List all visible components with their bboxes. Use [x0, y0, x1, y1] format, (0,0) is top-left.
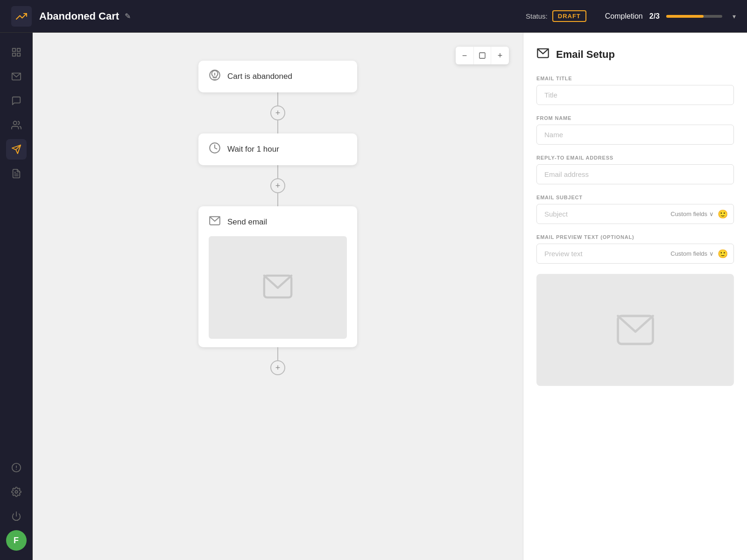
zoom-controls: − +	[456, 47, 509, 64]
sidebar-item-email[interactable]	[6, 66, 27, 87]
preview-text-label: EMAIL PREVIEW TEXT (OPTIONAL)	[536, 234, 734, 240]
sidebar-bottom: F	[6, 457, 27, 551]
send-email-node[interactable]: Send email	[198, 206, 357, 347]
connector-1: +	[270, 92, 285, 133]
preview-text-input[interactable]	[537, 244, 670, 263]
completion-section: Completion 2/3 ▾	[605, 12, 736, 21]
email-title-label: EMAIL TITLE	[536, 76, 734, 81]
svg-rect-0	[12, 49, 15, 51]
sidebar-item-settings[interactable]	[6, 482, 27, 502]
connector-line	[277, 193, 278, 206]
panel-title: Email Setup	[556, 49, 615, 61]
main-layout: F − +	[0, 33, 747, 560]
wait-node-icon	[209, 142, 221, 157]
subject-emoji-button[interactable]: 🙂	[718, 209, 728, 219]
panel-preview-icon	[614, 309, 656, 351]
send-email-label: Send email	[227, 217, 267, 227]
panel-header-icon	[536, 47, 550, 63]
user-avatar[interactable]: F	[6, 530, 27, 551]
connector-line	[277, 165, 278, 178]
trigger-node-label: Cart is abandoned	[227, 72, 292, 81]
preview-custom-fields-label: Custom fields	[670, 250, 707, 257]
edit-title-icon[interactable]: ✎	[125, 12, 131, 21]
add-step-button-2[interactable]: +	[270, 178, 285, 193]
email-subject-label: EMAIL SUBJECT	[536, 195, 734, 200]
status-label: Status:	[526, 12, 548, 20]
panel-email-preview	[536, 274, 734, 386]
wait-node[interactable]: Wait for 1 hour	[198, 133, 357, 165]
preview-text-group: EMAIL PREVIEW TEXT (OPTIONAL) Custom fie…	[536, 234, 734, 264]
preview-emoji-button[interactable]: 🙂	[718, 249, 728, 259]
email-subject-input[interactable]	[537, 204, 670, 224]
completion-bar	[666, 15, 704, 18]
page-title: Abandoned Cart	[39, 10, 119, 22]
app-logo	[11, 6, 32, 27]
zoom-fit-button[interactable]	[473, 47, 491, 64]
flow-container: Cart is abandoned + Wait for 1 hour	[33, 51, 523, 385]
preview-text-wrapper: Custom fields ∨ 🙂	[536, 244, 734, 264]
svg-rect-2	[17, 53, 20, 56]
email-title-input[interactable]	[536, 85, 734, 105]
top-header: Abandoned Cart ✎ Status: DRAFT Completio…	[0, 0, 747, 33]
sidebar-item-power[interactable]	[6, 506, 27, 526]
reply-to-group: REPLY-TO EMAIL ADDRESS	[536, 155, 734, 184]
email-preview-icon	[261, 270, 294, 305]
subject-custom-fields-button[interactable]: Custom fields ∨	[670, 210, 714, 217]
email-title-group: EMAIL TITLE	[536, 76, 734, 105]
completion-label: Completion	[605, 12, 643, 21]
svg-rect-15	[479, 53, 485, 58]
connector-line	[277, 347, 278, 360]
subject-chevron-icon: ∨	[709, 210, 714, 217]
email-preview-box	[209, 236, 347, 339]
sidebar: F	[0, 33, 33, 560]
trigger-node-icon	[209, 69, 221, 84]
sidebar-item-info[interactable]	[6, 457, 27, 478]
zoom-in-button[interactable]: +	[491, 47, 509, 64]
zoom-out-button[interactable]: −	[456, 47, 473, 64]
connector-line	[277, 120, 278, 133]
svg-point-5	[13, 121, 16, 125]
from-name-group: FROM NAME	[536, 115, 734, 145]
canvas-area[interactable]: − + Car	[33, 33, 523, 560]
add-step-button-1[interactable]: +	[270, 105, 285, 120]
sidebar-item-reports[interactable]	[6, 163, 27, 184]
from-name-label: FROM NAME	[536, 115, 734, 121]
send-email-icon	[209, 215, 221, 230]
connector-line	[277, 92, 278, 105]
panel-header: Email Setup	[536, 47, 734, 63]
preview-chevron-icon: ∨	[709, 250, 714, 257]
svg-point-13	[15, 490, 18, 493]
add-step-button-3[interactable]: +	[270, 360, 285, 375]
send-email-header: Send email	[209, 215, 347, 230]
completion-bar-container	[666, 15, 722, 18]
wait-node-label: Wait for 1 hour	[227, 145, 279, 154]
preview-custom-fields-button[interactable]: Custom fields ∨	[670, 250, 714, 257]
reply-to-input[interactable]	[536, 164, 734, 184]
completion-fraction: 2/3	[649, 12, 660, 21]
svg-rect-1	[17, 49, 20, 51]
sidebar-item-dashboard[interactable]	[6, 42, 27, 63]
sidebar-item-campaigns[interactable]	[6, 139, 27, 160]
reply-to-label: REPLY-TO EMAIL ADDRESS	[536, 155, 734, 161]
connector-3: +	[270, 347, 285, 375]
status-badge: DRAFT	[552, 10, 586, 22]
trigger-node[interactable]: Cart is abandoned	[198, 61, 357, 92]
sidebar-item-chat[interactable]	[6, 91, 27, 111]
sidebar-item-contacts[interactable]	[6, 115, 27, 135]
email-subject-group: EMAIL SUBJECT Custom fields ∨ 🙂	[536, 195, 734, 224]
from-name-input[interactable]	[536, 125, 734, 145]
svg-rect-3	[12, 53, 15, 56]
subject-custom-fields-label: Custom fields	[670, 210, 707, 217]
right-panel: Email Setup EMAIL TITLE FROM NAME REPLY-…	[523, 33, 747, 560]
connector-2: +	[270, 165, 285, 206]
completion-dropdown-icon[interactable]: ▾	[733, 13, 736, 20]
email-subject-wrapper: Custom fields ∨ 🙂	[536, 204, 734, 224]
